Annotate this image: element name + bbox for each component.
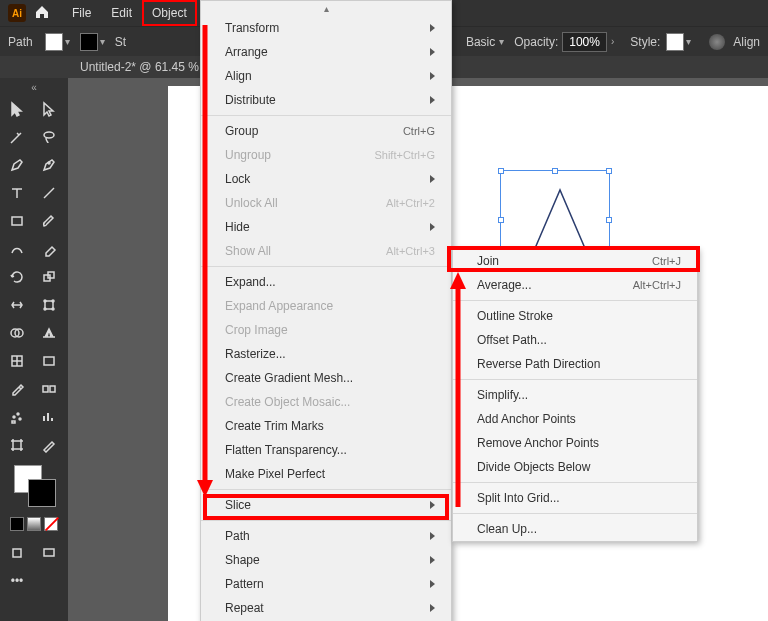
menu-slice[interactable]: Slice: [201, 493, 451, 517]
selection-label: Path: [8, 35, 33, 49]
submenu-offset-path[interactable]: Offset Path...: [453, 328, 697, 352]
menu-distribute[interactable]: Distribute: [201, 88, 451, 112]
svg-point-17: [17, 413, 19, 415]
lasso-tool-icon[interactable]: [36, 125, 62, 149]
shaper-tool-icon[interactable]: [4, 237, 30, 261]
pen-tool-icon[interactable]: [4, 153, 30, 177]
submenu-average[interactable]: Average...Alt+Ctrl+J: [453, 273, 697, 297]
magic-wand-tool-icon[interactable]: [4, 125, 30, 149]
symbol-sprayer-tool-icon[interactable]: [4, 405, 30, 429]
style-swatch[interactable]: [666, 33, 684, 51]
fill-swatch[interactable]: [45, 33, 63, 51]
scale-tool-icon[interactable]: [36, 265, 62, 289]
drawing-mode-icon[interactable]: [4, 541, 30, 565]
free-transform-tool-icon[interactable]: [36, 293, 62, 317]
menu-create-trim-marks[interactable]: Create Trim Marks: [201, 414, 451, 438]
rotate-tool-icon[interactable]: [4, 265, 30, 289]
edit-toolbar-icon[interactable]: •••: [4, 569, 30, 593]
submenu-add-anchor-points[interactable]: Add Anchor Points: [453, 407, 697, 431]
menu-make-pixel-perfect[interactable]: Make Pixel Perfect: [201, 462, 451, 486]
menu-arrange[interactable]: Arrange: [201, 40, 451, 64]
perspective-grid-tool-icon[interactable]: [36, 321, 62, 345]
selection-tool-icon[interactable]: [4, 97, 30, 121]
direct-selection-tool-icon[interactable]: [36, 97, 62, 121]
svg-rect-15: [50, 386, 55, 392]
shape-builder-tool-icon[interactable]: [4, 321, 30, 345]
submenu-outline-stroke[interactable]: Outline Stroke: [453, 304, 697, 328]
submenu-divide-objects-below[interactable]: Divide Objects Below: [453, 455, 697, 479]
artboard-tool-icon[interactable]: [4, 433, 30, 457]
menu-flatten-transparency[interactable]: Flatten Transparency...: [201, 438, 451, 462]
type-tool-icon[interactable]: [4, 181, 30, 205]
screen-mode-icon[interactable]: [36, 541, 62, 565]
menu-pattern[interactable]: Pattern: [201, 572, 451, 596]
svg-point-0: [44, 132, 54, 138]
gradient-tool-icon[interactable]: [36, 349, 62, 373]
stroke-swatch[interactable]: [80, 33, 98, 51]
menu-path[interactable]: Path: [201, 524, 451, 548]
svg-point-18: [19, 418, 21, 420]
opacity-value[interactable]: 100%: [562, 32, 607, 52]
menu-crop-image: Crop Image: [201, 318, 451, 342]
blend-tool-icon[interactable]: [36, 377, 62, 401]
slice-tool-icon[interactable]: [36, 433, 62, 457]
submenu-clean-up[interactable]: Clean Up...: [453, 517, 697, 541]
menu-unlock-all: Unlock AllAlt+Ctrl+2: [201, 191, 451, 215]
paintbrush-tool-icon[interactable]: [36, 209, 62, 233]
home-icon[interactable]: [34, 4, 50, 23]
curvature-tool-icon[interactable]: [36, 153, 62, 177]
menu-object[interactable]: Object: [142, 0, 197, 26]
color-mode-row[interactable]: [4, 517, 64, 531]
app-icon: Ai: [8, 4, 26, 22]
menu-show-all: Show AllAlt+Ctrl+3: [201, 239, 451, 263]
path-submenu-dropdown: JoinCtrl+J Average...Alt+Ctrl+J Outline …: [452, 248, 698, 542]
menu-edit[interactable]: Edit: [101, 0, 142, 26]
svg-point-1: [48, 162, 50, 164]
tools-panel: « •••: [0, 78, 68, 621]
menu-align[interactable]: Align: [201, 64, 451, 88]
submenu-remove-anchor-points[interactable]: Remove Anchor Points: [453, 431, 697, 455]
fill-stroke-control[interactable]: [14, 465, 54, 505]
svg-rect-2: [12, 217, 22, 225]
submenu-join[interactable]: JoinCtrl+J: [453, 249, 697, 273]
svg-rect-20: [13, 549, 21, 557]
svg-rect-21: [44, 549, 54, 556]
menu-lock[interactable]: Lock: [201, 167, 451, 191]
expand-panel-icon[interactable]: «: [4, 82, 64, 93]
stroke-label: St: [115, 35, 126, 49]
opacity-label: Opacity:: [514, 35, 558, 49]
column-graph-tool-icon[interactable]: [36, 405, 62, 429]
menu-ungroup: UngroupShift+Ctrl+G: [201, 143, 451, 167]
svg-rect-19: [13, 441, 21, 449]
eyedropper-tool-icon[interactable]: [4, 377, 30, 401]
submenu-reverse-path-direction[interactable]: Reverse Path Direction: [453, 352, 697, 376]
svg-rect-13: [44, 357, 54, 365]
width-tool-icon[interactable]: [4, 293, 30, 317]
menu-hide[interactable]: Hide: [201, 215, 451, 239]
menu-create-object-mosaic: Create Object Mosaic...: [201, 390, 451, 414]
style-label: Style:: [630, 35, 660, 49]
menu-file[interactable]: File: [62, 0, 101, 26]
menu-shape[interactable]: Shape: [201, 548, 451, 572]
align-label[interactable]: Align: [733, 35, 760, 49]
brush-basic[interactable]: Basic: [466, 35, 495, 49]
submenu-simplify[interactable]: Simplify...: [453, 383, 697, 407]
menu-expand[interactable]: Expand...: [201, 270, 451, 294]
eraser-tool-icon[interactable]: [36, 237, 62, 261]
menu-scroll-up-icon[interactable]: ▴: [201, 1, 451, 16]
menu-group[interactable]: GroupCtrl+G: [201, 119, 451, 143]
menu-transform[interactable]: Transform: [201, 16, 451, 40]
line-tool-icon[interactable]: [36, 181, 62, 205]
document-setup-icon[interactable]: [709, 34, 725, 50]
object-menu-dropdown: ▴ Transform Arrange Align Distribute Gro…: [200, 0, 452, 621]
menu-repeat[interactable]: Repeat: [201, 596, 451, 620]
menu-rasterize[interactable]: Rasterize...: [201, 342, 451, 366]
menu-expand-appearance: Expand Appearance: [201, 294, 451, 318]
submenu-split-into-grid[interactable]: Split Into Grid...: [453, 486, 697, 510]
menu-create-gradient-mesh[interactable]: Create Gradient Mesh...: [201, 366, 451, 390]
rectangle-tool-icon[interactable]: [4, 209, 30, 233]
svg-rect-14: [43, 386, 48, 392]
mesh-tool-icon[interactable]: [4, 349, 30, 373]
svg-point-16: [13, 416, 15, 418]
